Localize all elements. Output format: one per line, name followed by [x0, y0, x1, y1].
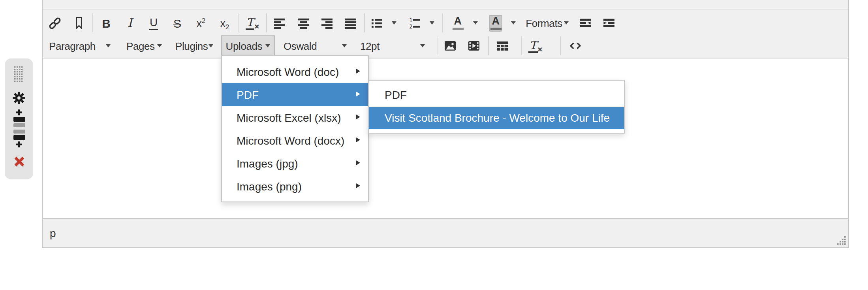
menu-item-excel-xlsx[interactable]: Microsoft Excel (xlsx)	[222, 106, 368, 129]
delete-block-button[interactable]	[14, 156, 24, 166]
plugins-dropdown[interactable]: Plugins	[171, 35, 217, 57]
resize-handle[interactable]	[837, 236, 846, 245]
font-family-dropdown[interactable]: Oswald	[280, 35, 351, 57]
menu-item-images-jpg[interactable]: Images (jpg)	[222, 152, 368, 175]
submenu-arrow-icon	[356, 92, 360, 96]
menubar-strip	[43, 0, 848, 9]
strikethrough-button[interactable]: S	[165, 12, 189, 34]
divider	[560, 36, 561, 55]
page: B I U S x2 x2 T×	[0, 0, 868, 290]
superscript-button[interactable]: x2	[189, 12, 213, 34]
drag-handle-icon[interactable]	[14, 66, 24, 82]
table-button[interactable]	[490, 35, 514, 57]
submenu-arrow-icon	[356, 69, 360, 73]
bullet-list-button[interactable]	[367, 12, 387, 34]
formats-dropdown[interactable]: Formats	[522, 12, 572, 34]
element-path[interactable]: p	[50, 227, 56, 239]
pages-dropdown[interactable]: Pages	[122, 35, 166, 57]
uploads-menu: Microsoft Word (doc) PDF Microsoft Excel…	[221, 55, 368, 202]
menu-item-word-doc[interactable]: Microsoft Word (doc)	[222, 60, 368, 83]
submenu-arrow-icon	[356, 160, 360, 165]
align-center-button[interactable]	[292, 12, 316, 34]
underline-button[interactable]: U	[142, 12, 165, 34]
align-right-button[interactable]	[316, 12, 339, 34]
divider	[364, 13, 365, 32]
numbered-list-caret[interactable]	[425, 12, 440, 34]
submenu-item-pdf[interactable]: PDF	[369, 84, 624, 106]
clear-formatting-button[interactable]: T×	[240, 12, 264, 34]
submenu-arrow-icon	[356, 137, 360, 142]
link-button[interactable]	[43, 12, 67, 34]
submenu-arrow-icon	[356, 183, 360, 188]
paragraph-format-dropdown[interactable]: Paragraph	[45, 35, 115, 57]
row-bar	[13, 135, 25, 139]
numbered-list-button[interactable]: 12	[405, 12, 425, 34]
subscript-button[interactable]: x2	[213, 12, 237, 34]
block-tools-panel	[5, 58, 33, 179]
divider	[442, 13, 443, 32]
divider	[521, 36, 522, 55]
font-size-dropdown[interactable]: 12pt	[356, 35, 430, 57]
insert-media-button[interactable]	[462, 35, 486, 57]
divider	[267, 13, 267, 32]
outdent-button[interactable]	[574, 12, 597, 34]
pdf-submenu: PDF Visit Scotland Brochure - Welcome to…	[368, 79, 625, 133]
settings-gear-button[interactable]	[13, 92, 25, 104]
indent-button[interactable]	[597, 12, 621, 34]
insert-row-below-button[interactable]	[13, 129, 25, 147]
toolbar-row-2: Paragraph Pages Plugins Uploads Oswald 1…	[43, 35, 848, 57]
bold-button[interactable]: B	[94, 12, 118, 34]
svg-text:1: 1	[410, 17, 413, 23]
text-color-caret[interactable]	[468, 12, 482, 34]
background-color-button[interactable]: A	[485, 12, 506, 34]
submenu-item-visit-scotland[interactable]: Visit Scotland Brochure - Welcome to Our…	[369, 106, 624, 129]
align-left-button[interactable]	[268, 12, 292, 34]
row-bar	[13, 117, 25, 122]
clear-formatting-button-2[interactable]: T×	[524, 35, 547, 57]
uploads-dropdown[interactable]: Uploads	[221, 35, 275, 57]
anchor-bookmark-button[interactable]	[67, 12, 90, 34]
menu-item-word-docx[interactable]: Microsoft Word (docx)	[222, 129, 368, 152]
divider	[238, 13, 239, 32]
toolbar: B I U S x2 x2 T×	[43, 9, 848, 59]
background-color-caret[interactable]	[506, 12, 520, 34]
submenu-arrow-icon	[356, 115, 360, 119]
italic-button[interactable]: I	[118, 12, 142, 34]
divider	[488, 36, 489, 55]
toolbar-row-1: B I U S x2 x2 T×	[43, 12, 848, 34]
statusbar: p	[43, 218, 848, 247]
align-justify-button[interactable]	[339, 12, 363, 34]
bullet-list-caret[interactable]	[387, 12, 402, 34]
divider	[92, 13, 93, 32]
insert-row-above-button[interactable]	[13, 109, 25, 127]
menu-item-images-png[interactable]: Images (png)	[222, 175, 368, 198]
source-code-button[interactable]	[564, 35, 588, 57]
row-bar	[13, 129, 25, 134]
text-color-button[interactable]: A	[447, 12, 468, 34]
svg-text:2: 2	[410, 23, 413, 29]
menu-item-pdf[interactable]: PDF	[222, 83, 368, 106]
row-bar	[13, 123, 25, 127]
insert-image-button[interactable]	[438, 35, 462, 57]
